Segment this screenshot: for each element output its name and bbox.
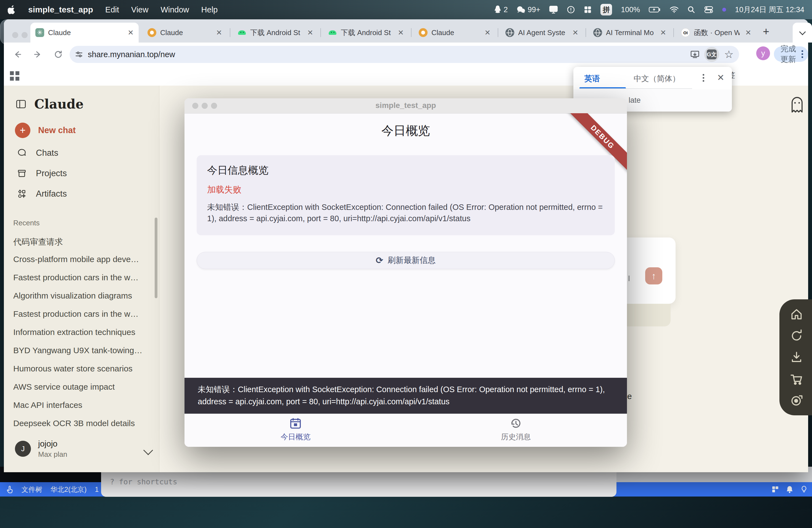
new-chat-button[interactable]: + New chat [15, 122, 76, 138]
sidebar-item-artifacts[interactable]: Artifacts [17, 189, 67, 199]
menu-window[interactable]: Window [160, 5, 189, 14]
display-icon[interactable] [549, 5, 558, 14]
claude-logo[interactable]: Claude [34, 97, 84, 112]
browser-tab-5[interactable]: Claude ✕ [414, 23, 495, 43]
send-button[interactable]: ↑ [645, 267, 662, 284]
menu-help[interactable]: Help [201, 5, 218, 14]
statusbar-file-tree[interactable]: 文件树 [21, 485, 42, 494]
tab-history-messages[interactable]: 历史消息 [475, 417, 557, 442]
browser-tab-8[interactable]: 函数 · Open We ✕ [676, 23, 756, 43]
browser-menu-icon[interactable] [801, 50, 803, 58]
tab-today-overview[interactable]: 今日概览 [254, 417, 337, 442]
wechat-status-item[interactable]: 99+ [517, 5, 540, 14]
sidebar-scrollbar[interactable] [155, 218, 157, 298]
sidebar-toggle-icon[interactable] [16, 100, 26, 108]
site-settings-icon[interactable] [75, 50, 83, 58]
apple-logo-icon[interactable] [8, 5, 16, 14]
menu-view[interactable]: View [131, 5, 148, 14]
globe-favicon [505, 28, 514, 37]
model-selector-chevron[interactable] [628, 276, 629, 281]
tab-close-icon[interactable]: ✕ [658, 28, 666, 37]
shortcuts-hint: ? for shortcuts [110, 478, 177, 486]
refresh-button[interactable] [790, 329, 803, 342]
recent-chat-item[interactable]: Fastest production cars in the w… [13, 309, 150, 319]
recent-chat-item[interactable]: Humorous water store scenarios [13, 364, 150, 373]
floating-side-toolbar [779, 299, 812, 415]
modal-titlebar[interactable]: simple_test_app [185, 98, 627, 114]
recent-chat-item[interactable]: BYD Yangwang U9X tank-towing… [13, 346, 150, 355]
recent-chat-item[interactable]: Information extraction techniques [13, 327, 150, 337]
translate-icon[interactable]: G文 [704, 47, 719, 62]
tab-close-icon[interactable]: ✕ [396, 28, 404, 37]
notifications-bell-icon[interactable] [786, 485, 793, 493]
tab-close-icon[interactable]: ✕ [214, 28, 222, 37]
browser-tab-3[interactable]: 下载 Android St ✕ [233, 23, 318, 43]
profile-avatar[interactable]: y [756, 46, 770, 60]
panels-icon[interactable] [772, 486, 779, 493]
recent-chat-item[interactable]: Deepseek OCR 3B model details [13, 419, 150, 428]
cart-button[interactable] [790, 372, 803, 385]
url-bar[interactable]: share.mynanian.top/new G文 ☆ [70, 46, 739, 63]
recent-chat-item[interactable]: Algorithm visualization diagrams [13, 291, 150, 300]
browser-tab-4[interactable]: 下载 Android St ✕ [323, 23, 409, 43]
home-button[interactable] [790, 308, 803, 321]
translate-tab-english[interactable]: 英语 [584, 73, 600, 84]
apps-grid-icon[interactable] [10, 71, 19, 80]
browser-tab-7[interactable]: AI Terminal Mo ✕ [588, 23, 671, 43]
touch-mode-icon[interactable] [6, 485, 13, 493]
artifacts-shapes-icon [17, 189, 27, 199]
claude-favicon [419, 28, 427, 37]
translate-close-icon[interactable]: ✕ [717, 72, 724, 83]
tab-close-icon[interactable]: ✕ [570, 28, 578, 37]
control-center-icon[interactable] [704, 6, 713, 13]
tab-search-chevron[interactable] [793, 23, 812, 43]
recent-chat-item[interactable]: 代码审查请求 [13, 236, 150, 248]
sidebar-item-chats[interactable]: Chats [17, 148, 58, 158]
forward-button[interactable] [30, 47, 45, 62]
menubar-app-name[interactable]: simple_test_app [28, 5, 93, 14]
reload-button[interactable] [51, 47, 66, 62]
update-status-icon[interactable] [567, 5, 575, 14]
bookmark-star-icon[interactable]: ☆ [724, 48, 734, 60]
menu-edit[interactable]: Edit [105, 5, 119, 14]
browser-tab-6[interactable]: AI Agent Syste ✕ [501, 23, 583, 43]
window-grid-icon[interactable] [584, 6, 592, 14]
tab-close-icon[interactable]: ✕ [305, 28, 313, 37]
recent-chat-item[interactable]: Mac API interfaces [13, 400, 150, 410]
install-cast-icon[interactable] [691, 50, 699, 59]
recent-chat-item[interactable]: AWS service outage impact [13, 382, 150, 392]
recent-chat-item[interactable]: Cross-platform mobile app deve… [13, 254, 150, 264]
statusbar-region[interactable]: 华北2(北京) [50, 485, 87, 494]
download-button[interactable] [790, 351, 803, 364]
battery-icon[interactable] [649, 6, 661, 13]
hints-icon[interactable] [800, 485, 808, 493]
menubar-clock[interactable]: 10月24日 周五 12:34 [735, 5, 804, 15]
qq-status-item[interactable]: 2 [494, 5, 508, 14]
target-button[interactable] [790, 394, 803, 407]
tab-close-icon[interactable]: ✕ [743, 28, 751, 37]
overview-error-card: 今日信息概览 加载失败 未知错误：ClientException with So… [197, 155, 615, 235]
browser-tab-1[interactable]: Claude ✕ [30, 23, 139, 43]
recent-chat-item[interactable]: Fastest production cars in the w… [13, 273, 150, 282]
chrome-update-button[interactable]: 完成更新 [774, 46, 808, 62]
input-method-icon[interactable]: 拼 [600, 4, 612, 15]
new-tab-button[interactable]: + [763, 25, 769, 38]
partial-attribution-text: late [628, 96, 641, 105]
browser-tab-2[interactable]: Claude ✕ [143, 23, 227, 43]
back-button[interactable] [10, 47, 25, 62]
translate-tab-chinese[interactable]: 中文（简体） [634, 73, 680, 84]
user-menu[interactable]: J jojojo Max plan [11, 437, 153, 466]
openai-favicon [35, 28, 44, 37]
url-text[interactable]: share.mynanian.top/new [88, 50, 685, 59]
tab-close-icon[interactable]: ✕ [126, 28, 134, 37]
window-close-button[interactable] [12, 32, 18, 38]
refresh-latest-button[interactable]: ⟳ 刷新最新信息 [197, 252, 615, 269]
sidebar-item-projects[interactable]: Projects [17, 168, 67, 178]
window-minimize-button[interactable] [21, 32, 28, 38]
wifi-icon[interactable] [670, 6, 679, 13]
translate-options-icon[interactable] [702, 74, 704, 82]
tab-close-icon[interactable]: ✕ [483, 28, 491, 37]
chevron-down-icon [143, 445, 153, 455]
battery-percent: 100% [621, 5, 640, 14]
spotlight-search-icon[interactable] [687, 6, 695, 14]
